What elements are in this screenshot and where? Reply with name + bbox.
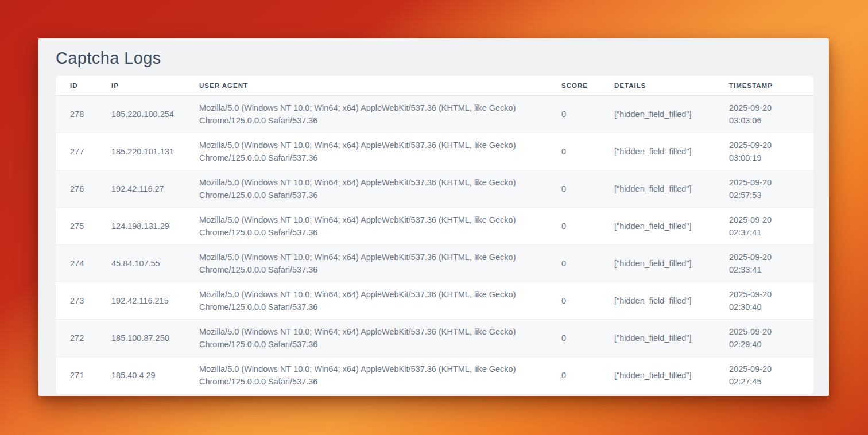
cell-details: ["hidden_field_filled"]: [600, 282, 715, 320]
cell-user-agent: Mozilla/5.0 (Windows NT 10.0; Win64; x64…: [185, 170, 547, 208]
cell-timestamp: 2025-09-20 03:03:06: [715, 96, 813, 133]
table-row: 278 185.220.100.254 Mozilla/5.0 (Windows…: [56, 96, 813, 133]
cell-id: 275: [56, 208, 97, 245]
cell-timestamp: 2025-09-20 02:37:41: [715, 208, 813, 245]
cell-score: 0: [547, 357, 600, 394]
cell-ip: 192.42.116.215: [97, 282, 185, 320]
cell-id: 274: [56, 245, 97, 282]
cell-timestamp: 2025-09-20 03:00:19: [715, 133, 813, 170]
cell-ip: 185.220.101.131: [97, 133, 185, 170]
cell-user-agent: Mozilla/5.0 (Windows NT 10.0; Win64; x64…: [185, 208, 547, 245]
cell-score: 0: [547, 133, 600, 170]
cell-score: 0: [547, 320, 600, 357]
cell-ip: 124.198.131.29: [97, 208, 185, 245]
cell-timestamp: 2025-09-20 02:29:40: [715, 320, 813, 357]
cell-id: 272: [56, 320, 97, 357]
cell-user-agent: Mozilla/5.0 (Windows NT 10.0; Win64; x64…: [185, 357, 547, 394]
cell-details: ["hidden_field_filled"]: [600, 357, 715, 394]
column-header-details: DETAILS: [600, 76, 715, 96]
column-header-id: ID: [56, 76, 97, 96]
table-body: 278 185.220.100.254 Mozilla/5.0 (Windows…: [56, 96, 813, 394]
cell-score: 0: [547, 208, 600, 245]
cell-ip: 45.84.107.55: [97, 245, 185, 282]
cell-id: 276: [56, 170, 97, 208]
cell-ip: 185.40.4.29: [97, 357, 185, 394]
cell-id: 277: [56, 133, 97, 170]
captcha-logs-card: Captcha Logs IDIPUSER AGENTSCOREDETAILST…: [38, 38, 829, 396]
cell-score: 0: [547, 245, 600, 282]
cell-user-agent: Mozilla/5.0 (Windows NT 10.0; Win64; x64…: [185, 133, 547, 170]
cell-ip: 192.42.116.27: [97, 170, 185, 208]
cell-user-agent: Mozilla/5.0 (Windows NT 10.0; Win64; x64…: [185, 320, 547, 357]
cell-score: 0: [547, 282, 600, 320]
cell-details: ["hidden_field_filled"]: [600, 208, 715, 245]
cell-timestamp: 2025-09-20 02:30:40: [715, 282, 813, 320]
cell-details: ["hidden_field_filled"]: [600, 320, 715, 357]
column-header-ip: IP: [97, 76, 185, 96]
cell-score: 0: [547, 96, 600, 133]
cell-details: ["hidden_field_filled"]: [600, 133, 715, 170]
table-row: 272 185.100.87.250 Mozilla/5.0 (Windows …: [56, 320, 813, 357]
column-header-score: SCORE: [547, 76, 600, 96]
column-header-user_agent: USER AGENT: [185, 76, 547, 96]
table-row: 276 192.42.116.27 Mozilla/5.0 (Windows N…: [56, 170, 813, 208]
column-header-timestamp: TIMESTAMP: [715, 76, 813, 96]
table-row: 271 185.40.4.29 Mozilla/5.0 (Windows NT …: [56, 357, 813, 394]
logs-table-container: IDIPUSER AGENTSCOREDETAILSTIMESTAMP 278 …: [56, 76, 813, 394]
cell-timestamp: 2025-09-20 02:27:45: [715, 357, 813, 394]
captcha-logs-table: IDIPUSER AGENTSCOREDETAILSTIMESTAMP 278 …: [56, 76, 813, 394]
cell-ip: 185.220.100.254: [97, 96, 185, 133]
cell-id: 271: [56, 357, 97, 394]
table-header-row: IDIPUSER AGENTSCOREDETAILSTIMESTAMP: [56, 76, 813, 96]
page-title: Captcha Logs: [56, 49, 812, 68]
cell-score: 0: [547, 170, 600, 208]
table-row: 275 124.198.131.29 Mozilla/5.0 (Windows …: [56, 208, 813, 245]
cell-user-agent: Mozilla/5.0 (Windows NT 10.0; Win64; x64…: [185, 96, 547, 133]
cell-user-agent: Mozilla/5.0 (Windows NT 10.0; Win64; x64…: [185, 245, 547, 282]
cell-details: ["hidden_field_filled"]: [600, 245, 715, 282]
cell-id: 273: [56, 282, 97, 320]
cell-ip: 185.100.87.250: [97, 320, 185, 357]
cell-id: 278: [56, 96, 97, 133]
table-row: 274 45.84.107.55 Mozilla/5.0 (Windows NT…: [56, 245, 813, 282]
cell-details: ["hidden_field_filled"]: [600, 96, 715, 133]
cell-timestamp: 2025-09-20 02:57:53: [715, 170, 813, 208]
table-row: 277 185.220.101.131 Mozilla/5.0 (Windows…: [56, 133, 813, 170]
cell-timestamp: 2025-09-20 02:33:41: [715, 245, 813, 282]
cell-user-agent: Mozilla/5.0 (Windows NT 10.0; Win64; x64…: [185, 282, 547, 320]
cell-details: ["hidden_field_filled"]: [600, 170, 715, 208]
table-row: 273 192.42.116.215 Mozilla/5.0 (Windows …: [56, 282, 813, 320]
